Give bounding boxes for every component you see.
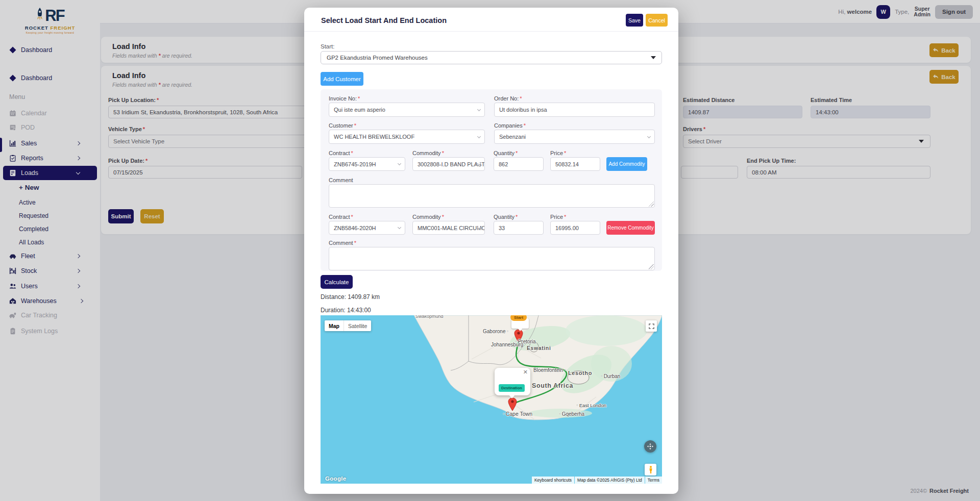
- city-label: East London: [576, 403, 606, 408]
- chevron-down-icon: [398, 226, 401, 229]
- customer-select[interactable]: WC HEALTH BREWELSKLOOF: [329, 130, 485, 144]
- commodity-select[interactable]: 3002808-I.D BAND PLASTIC A: [412, 157, 485, 171]
- city-label: Swakopmund: [415, 315, 444, 319]
- map-attribution: Keyboard shortcuts Map data ©2025 AfriGI…: [532, 477, 662, 484]
- quantity-input[interactable]: 33: [494, 221, 544, 235]
- commodity-label: Commodity*: [412, 214, 444, 220]
- select-load-location-modal: Select Load Start And End Location Save …: [304, 8, 678, 494]
- google-logo: Google: [325, 475, 346, 482]
- contract-label: Contract*: [329, 214, 353, 220]
- pegman-streetview-button[interactable]: [645, 464, 656, 475]
- city-label: Pretoria: [515, 339, 536, 344]
- companies-select[interactable]: Sebenzani: [494, 130, 655, 144]
- comment-label: Comment*: [329, 240, 356, 246]
- customer-label: Customer*: [329, 122, 356, 129]
- terms-link[interactable]: Terms: [645, 477, 662, 484]
- chevron-down-icon: [647, 134, 651, 138]
- fullscreen-button[interactable]: [646, 320, 657, 332]
- recenter-button[interactable]: [644, 440, 656, 453]
- commodity-select[interactable]: MMC001-MALE CIRCUMCISIC: [412, 221, 485, 235]
- close-icon[interactable]: ✕: [523, 369, 528, 375]
- chevron-down-icon: [477, 107, 481, 111]
- city-label: Cape Town: [503, 411, 532, 417]
- save-button[interactable]: Save: [626, 14, 643, 27]
- comment-label: Comment: [329, 177, 353, 183]
- add-customer-button[interactable]: Add Customer: [321, 72, 363, 86]
- city-label: Gaborone: [483, 329, 508, 334]
- distance-text: Distance: 1409.87 km: [321, 293, 380, 300]
- pegman-icon: [648, 466, 653, 474]
- contract-label: Contract*: [329, 150, 353, 156]
- cancel-button[interactable]: Cancel: [646, 14, 668, 27]
- chevron-down-icon: [398, 162, 401, 165]
- invoice-no-select[interactable]: Qui iste eum asperio: [329, 103, 485, 117]
- invoice-no-label: Invoice No:*: [329, 95, 360, 102]
- resize-handle[interactable]: [649, 264, 654, 269]
- quantity-input[interactable]: 862: [494, 157, 544, 171]
- contract-select[interactable]: ZNB5846-2020H: [329, 221, 405, 235]
- modal-title: Select Load Start And End Location: [321, 16, 447, 24]
- chevron-down-icon: [477, 134, 481, 138]
- price-input[interactable]: 50832.14: [550, 157, 600, 171]
- google-map[interactable]: Swakopmund Gaborone Johannesburg Pretori…: [321, 315, 662, 484]
- destination-chip: Destination: [499, 384, 525, 392]
- price-label: Price*: [550, 214, 566, 220]
- comment-textarea[interactable]: [329, 184, 655, 208]
- start-location-select[interactable]: GP2 Ekandustria Promed Warehouses: [321, 51, 662, 64]
- add-commodity-button[interactable]: Add Commodity: [606, 157, 647, 171]
- fullscreen-icon: [649, 323, 654, 329]
- map-type-control: Map Satellite: [325, 320, 371, 331]
- chevron-down-icon: [651, 56, 656, 59]
- start-chip: Start: [510, 315, 527, 321]
- contract-select[interactable]: ZNB6745-2019H: [329, 157, 405, 171]
- map-land-svg: [321, 315, 662, 484]
- modal-header: Select Load Start And End Location Save …: [304, 8, 678, 32]
- quantity-label: Quantity*: [494, 214, 518, 220]
- map-type-satellite-button[interactable]: Satellite: [344, 320, 371, 331]
- order-no-label: Order No:*: [494, 95, 522, 102]
- destination-info-window: ✕ Destination: [495, 368, 530, 395]
- order-no-input[interactable]: Ut doloribus in ipsa: [494, 103, 655, 117]
- quantity-label: Quantity*: [494, 150, 518, 156]
- price-input[interactable]: 16995.00: [550, 221, 600, 235]
- pan-arrows-icon: [647, 443, 654, 450]
- price-label: Price*: [550, 150, 566, 156]
- map-type-map-button[interactable]: Map: [325, 320, 344, 331]
- country-label: Eswatini: [527, 345, 551, 351]
- duration-text: Duration: 14:43:00: [321, 307, 371, 314]
- companies-label: Companies*: [494, 122, 526, 129]
- keyboard-shortcuts-link[interactable]: Keyboard shortcuts: [532, 477, 574, 484]
- city-label: Bloemfontein: [533, 367, 566, 373]
- start-label: Start:: [321, 43, 334, 49]
- city-label: Gqeberha: [559, 411, 584, 417]
- country-label: Lesotho: [568, 370, 592, 376]
- resize-handle[interactable]: [649, 202, 654, 207]
- remove-commodity-button[interactable]: Remove Commodity: [606, 221, 655, 235]
- map-data-text: Map data ©2025 AfriGIS (Pty) Ltd: [575, 477, 645, 484]
- customer-order-card: Invoice No:* Qui iste eum asperio Order …: [321, 89, 662, 271]
- comment-textarea[interactable]: [329, 247, 655, 270]
- country-label: South Africa: [532, 382, 573, 389]
- commodity-label: Commodity*: [412, 150, 444, 156]
- city-label: Durban: [601, 373, 620, 379]
- calculate-button[interactable]: Calculate: [321, 275, 353, 289]
